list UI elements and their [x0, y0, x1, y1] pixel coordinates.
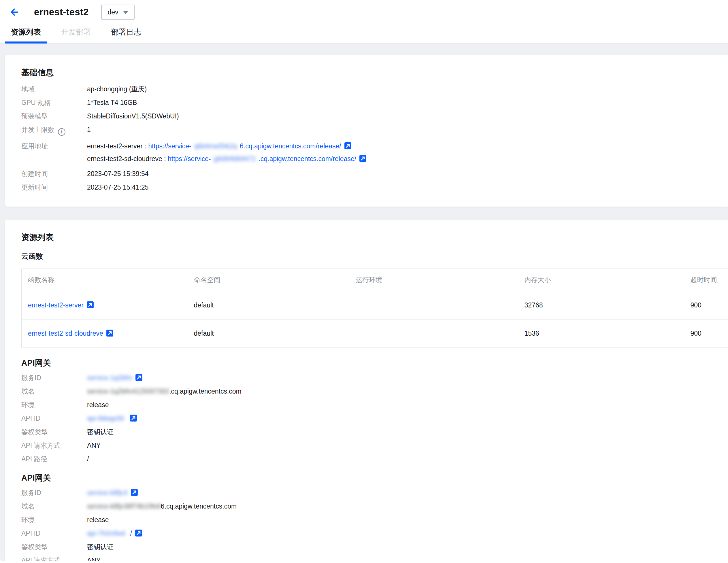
column-header-runtime: 运行环境 [350, 269, 518, 291]
field-label: 鉴权类型 [21, 427, 87, 437]
field-label: 并发上限数i [21, 125, 87, 136]
cell-function-name: ernest-test2-server [22, 291, 188, 319]
external-link-icon[interactable] [86, 301, 94, 309]
field-value: 1 [87, 125, 91, 135]
table-row: ernest-test2-server default 32768 900 [22, 291, 728, 319]
field-value: 密钥认证 [87, 427, 114, 437]
env-selector[interactable]: dev [101, 5, 134, 20]
field-label: 服务ID [21, 373, 87, 383]
masked-value: service-1q2bfm [87, 373, 132, 383]
field-row-api-id: API ID api-7h2mfwd/ [21, 529, 728, 538]
field-value: / [87, 454, 89, 464]
field-value: service-1q2bfm [87, 373, 143, 383]
tab-dev-deploy[interactable]: 开发部署 [61, 24, 92, 43]
external-link-icon[interactable] [359, 155, 367, 162]
field-row-gpu: GPU 规格 1*Tesla T4 16GB [21, 98, 722, 107]
external-link-icon[interactable] [135, 529, 142, 537]
app-url-link[interactable]: https://service-qkb4mw5hk2q6.cq.apigw.te… [148, 140, 341, 152]
cell-namespace: default [188, 291, 350, 319]
field-value: service-k8fjv38f74b10fe86.cq.apigw.tence… [87, 502, 237, 511]
masked-value: api-7h2mfwd [87, 529, 125, 538]
external-link-icon[interactable] [106, 329, 114, 337]
apigw-section-title: API网关 [21, 358, 728, 369]
resource-list-card: 资源列表 云函数 函数名称 命名空间 运行环境 内存大小 超时时间 ernes [5, 220, 728, 562]
field-row-path: API 路径 / [21, 454, 728, 464]
column-header-namespace: 命名空间 [188, 269, 350, 291]
api-id-suffix: / [130, 529, 132, 538]
url-suffix: .cq.apigw.tencentcs.com/release/ [259, 152, 356, 165]
field-label: API 路径 [21, 454, 87, 464]
field-row-created: 创建时间 2023-07-25 15:39:54 [21, 169, 722, 179]
url-suffix: 6.cq.apigw.tencentcs.com/release/ [240, 140, 341, 152]
function-link[interactable]: ernest-test2-sd-cloudreve [28, 330, 103, 337]
page-title: ernest-test2 [34, 7, 88, 18]
tab-resource-list[interactable]: 资源列表 [10, 24, 42, 43]
service-id-link[interactable]: service-k8fjv3 [87, 488, 128, 498]
api-id-link[interactable]: api-7h2mfwd/ [87, 529, 132, 538]
external-link-icon[interactable] [130, 414, 137, 422]
column-header-memory: 内存大小 [518, 269, 684, 291]
field-label: API 请求方式 [21, 556, 87, 562]
info-circle-icon[interactable]: i [58, 128, 65, 136]
column-header-timeout: 超时时间 [684, 269, 728, 291]
field-value: 密钥认证 [87, 542, 114, 552]
field-label: 创建时间 [21, 169, 87, 179]
field-row-service-id: 服务ID service-1q2bfm [21, 373, 728, 383]
field-value: 2023-07-25 15:39:54 [87, 169, 149, 179]
domain-suffix: .cq.apigw.tencentcs.com [169, 388, 242, 395]
app-url-sep: : [162, 155, 168, 163]
app-url-sep: : [143, 142, 148, 150]
field-label: 预装模型 [21, 112, 87, 121]
url-masked-segment: g8d94fdk9472 [214, 152, 256, 165]
app-url-line: ernest-test2-server : https://service-qk… [87, 140, 367, 152]
field-label: 服务ID [21, 488, 87, 498]
apigw-section-title: API网关 [21, 473, 728, 483]
field-label: 域名 [21, 502, 87, 511]
cell-namespace: default [188, 319, 350, 347]
field-value: service-k8fjv3 [87, 488, 138, 498]
url-prefix: https://service- [168, 152, 211, 165]
masked-value: service-1q2bfm4125007302 [87, 388, 169, 395]
field-label: 鉴权类型 [21, 542, 87, 552]
field-value: api-9dwgx5li [87, 414, 137, 423]
resource-list-title: 资源列表 [21, 232, 728, 243]
field-label: API ID [21, 529, 87, 538]
field-label: 域名 [21, 387, 87, 396]
field-value: release [87, 400, 109, 410]
cell-memory: 1536 [518, 319, 684, 347]
function-link-text: ernest-test2-sd-cloudreve [28, 330, 103, 337]
api-id-link[interactable]: api-9dwgx5li [87, 414, 127, 423]
field-row-domain: 域名 service-1q2bfm4125007302.cq.apigw.ten… [21, 387, 728, 396]
field-row-concurrency: 并发上限数i 1 [21, 125, 722, 136]
cell-timeout: 900 [684, 291, 728, 319]
field-value: StableDiffusionV1.5(SDWebUI) [87, 112, 179, 121]
chevron-down-icon [123, 11, 128, 14]
arrow-left-icon [9, 7, 19, 17]
masked-value: service-k8fjv38f74b10fe8 [87, 502, 161, 510]
field-row-api-id: API ID api-9dwgx5li [21, 414, 728, 423]
field-label: 更新时间 [21, 183, 87, 192]
service-id-link[interactable]: service-1q2bfm [87, 373, 132, 383]
field-row-env: 环境 release [21, 515, 728, 525]
scf-table: 函数名称 命名空间 运行环境 内存大小 超时时间 ernest-test2-se… [21, 269, 728, 348]
external-link-icon[interactable] [135, 374, 143, 381]
scf-section-title: 云函数 [21, 252, 728, 261]
back-button[interactable] [7, 6, 20, 18]
app-url-name: ernest-test2-sd-cloudreve [87, 155, 162, 163]
table-row: ernest-test2-sd-cloudreve default 1536 9… [22, 319, 728, 347]
external-link-icon[interactable] [131, 489, 138, 496]
app-url-link[interactable]: https://service-g8d94fdk9472.cq.apigw.te… [168, 152, 356, 165]
basic-info-card: 基础信息 地域 ap-chongqing (重庆) GPU 规格 1*Tesla… [5, 55, 728, 207]
function-link-text: ernest-test2-server [28, 301, 84, 309]
env-selector-value: dev [107, 8, 118, 16]
field-row-method: API 请求方式 ANY [21, 441, 728, 450]
cell-runtime [350, 319, 518, 347]
cell-function-name: ernest-test2-sd-cloudreve [22, 319, 188, 347]
basic-info-title: 基础信息 [21, 67, 722, 78]
tab-deploy-logs[interactable]: 部署日志 [111, 24, 142, 43]
function-link[interactable]: ernest-test2-server [28, 301, 84, 309]
external-link-icon[interactable] [344, 142, 352, 150]
field-value: 2023-07-25 15:41:25 [87, 183, 149, 192]
cell-memory: 32768 [518, 291, 684, 319]
tab-bar: 资源列表 开发部署 部署日志 [0, 21, 728, 44]
